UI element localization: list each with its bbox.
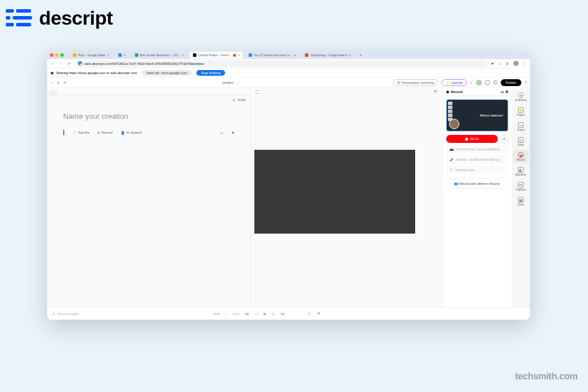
people-icon: 👥 — [454, 182, 458, 185]
history-icon[interactable]: ↺ — [64, 80, 67, 84]
record-button[interactable]: ●Record — [98, 131, 113, 134]
prev-button[interactable]: ◁ — [255, 312, 258, 316]
publish-button[interactable]: Publish — [501, 79, 521, 86]
rail-underlord[interactable]: ✦Underlord — [513, 90, 529, 104]
pause-button[interactable]: ⊘ — [500, 135, 508, 143]
layer-icon: ◫ — [518, 137, 524, 143]
extension-icon[interactable]: ◓ — [491, 61, 494, 65]
rooms-button[interactable]: 👥 Record with others in Rooms — [446, 178, 508, 189]
rooms-label: Record with others in Rooms — [459, 182, 500, 185]
back-button[interactable]: ← — [51, 62, 55, 65]
site-info-icon[interactable]: ◉ — [78, 61, 82, 65]
ai-speech-button[interactable]: 👤AI Speech — [121, 131, 142, 135]
layout-icon[interactable]: ▭ — [501, 90, 504, 94]
recording-preview[interactable]: Mission statement — [446, 99, 508, 131]
scene-icon: ▭ — [518, 122, 524, 128]
video-preview[interactable] — [254, 150, 415, 234]
close-icon[interactable]: × — [294, 53, 296, 57]
bookmark-icon[interactable]: ☆ — [498, 61, 501, 65]
loop-button[interactable]: ↻ — [308, 312, 311, 316]
svg-rect-0 — [6, 9, 14, 13]
menu-icon[interactable]: ⋮ — [523, 61, 527, 65]
timeline-label: Show timeline — [57, 312, 79, 316]
transcription-pill[interactable]: 1h Transcription remaining — [393, 79, 438, 86]
close-icon[interactable] — [50, 53, 53, 57]
url-text: web.descript.com/9371561e-7c07-4910-9ac4… — [84, 62, 204, 65]
skip-back-button[interactable]: ⏮ — [245, 312, 249, 316]
help-icon[interactable]: ? — [525, 81, 527, 84]
record-title: Record — [451, 90, 463, 94]
timeline-icon: ≡ — [53, 312, 55, 316]
upgrade-button[interactable]: ⚡Upgrade — [442, 79, 467, 86]
project-title[interactable]: Untitled — [222, 81, 233, 84]
svg-rect-2 — [6, 16, 10, 20]
tab-2[interactable]: Best Screen Recorders – 120...× — [131, 52, 187, 59]
scene-tab[interactable] — [49, 90, 57, 96]
present-icon[interactable] — [485, 80, 490, 85]
stop-record-button[interactable]: 00:23 — [446, 135, 498, 143]
show-timeline-button[interactable]: ≡Show timeline — [53, 312, 79, 316]
add-button[interactable]: + — [470, 81, 473, 84]
rail-scene[interactable]: ▭Scene — [513, 120, 529, 134]
skip-fwd-button[interactable]: ⏭ — [281, 312, 285, 316]
fit-icon[interactable]: ⛶ — [256, 90, 260, 94]
new-tab-button[interactable]: + — [357, 53, 365, 58]
title-input[interactable]: Name your creation — [63, 112, 234, 121]
rail-record[interactable]: ◉Record — [513, 150, 529, 164]
tab-4[interactable]: Top 10 Screen Recorders fo...× — [245, 52, 299, 59]
chevron-down-icon[interactable]: ⌄ — [235, 81, 238, 84]
maximize-icon[interactable] — [60, 53, 64, 57]
tab-5[interactable]: vidyard logo - Google Search× — [301, 52, 354, 59]
marker-button[interactable]: ⚑ — [317, 312, 320, 316]
next-button[interactable]: ▷ — [272, 312, 275, 316]
canvas-panel: ⛶ ⇱ — [250, 88, 443, 307]
reload-button[interactable]: ⟳ — [67, 61, 71, 65]
play-button[interactable]: ▶ — [264, 312, 266, 316]
screen-select[interactable]: 🖵Sharing a tab — [446, 166, 508, 174]
close-icon[interactable]: × — [107, 53, 110, 57]
record-timer: 00:23 — [470, 137, 478, 141]
add-file-button[interactable]: 📄Add file — [72, 131, 90, 135]
comment-icon[interactable]: 💬 — [493, 80, 497, 84]
tab-3[interactable]: Untitled Project – Descri...× — [189, 52, 243, 59]
transcribe-text: 1h Transcription remaining — [397, 81, 434, 84]
download-icon[interactable]: ⬇ — [506, 61, 509, 65]
rail-label: Scene — [517, 129, 525, 131]
traffic-lights[interactable] — [50, 53, 64, 57]
mic-select[interactable]: 🎤Default – MacBook Pro Microp... — [446, 156, 508, 164]
main-area: ✎ Write Name your creation 📄Add file ●Re… — [47, 88, 530, 307]
close-icon[interactable]: × — [182, 53, 184, 57]
camera-select[interactable]: 📷FaceTime HD Camera (Built-in) — [446, 145, 508, 153]
write-button[interactable]: Write — [238, 98, 246, 102]
rail-project[interactable]: 📁Project — [513, 105, 529, 119]
rail-captions[interactable]: ccCaptions — [513, 180, 529, 193]
minimize-icon[interactable] — [55, 53, 59, 57]
menu-icon[interactable]: ≡ — [57, 81, 60, 84]
layout-icon[interactable]: ▭ — [220, 131, 223, 135]
close-icon[interactable]: × — [123, 53, 126, 57]
screen-share-icon: ▣ — [51, 71, 54, 75]
rail-label: Project — [517, 114, 525, 117]
close-icon[interactable]: × — [238, 53, 240, 57]
gear-icon[interactable]: ⚙ — [505, 90, 508, 94]
rail-stock[interactable]: ▦Stock — [513, 195, 529, 208]
stop-icon — [465, 138, 468, 141]
stop-sharing-button[interactable]: Stop sharing — [196, 70, 225, 76]
close-icon[interactable]: × — [349, 53, 351, 57]
address-bar[interactable]: ◉ web.descript.com/9371561e-7c07-4910-9a… — [75, 60, 488, 67]
home-icon[interactable]: ⌂ — [51, 81, 53, 84]
webcam-bubble[interactable] — [449, 119, 459, 129]
forward-button[interactable]: → — [59, 62, 63, 65]
canvas[interactable] — [251, 96, 442, 307]
expand-icon[interactable]: ⇱ — [434, 90, 438, 94]
favicon — [135, 53, 138, 57]
tab-1[interactable]: × — [115, 52, 129, 59]
rail-layer[interactable]: ◫Layer — [513, 135, 529, 149]
avatar[interactable] — [476, 80, 482, 86]
bookmark-icon[interactable]: ⚑ — [231, 131, 234, 135]
rail-elements[interactable]: ◧Elements — [513, 165, 529, 178]
profile-icon[interactable] — [513, 61, 519, 66]
tab-0[interactable]: Pitch – Google Slides× — [69, 52, 113, 59]
view-tab-button[interactable]: View tab: docs.google.com — [142, 70, 192, 76]
chevron-down-icon[interactable]: ⌄ — [525, 53, 527, 57]
